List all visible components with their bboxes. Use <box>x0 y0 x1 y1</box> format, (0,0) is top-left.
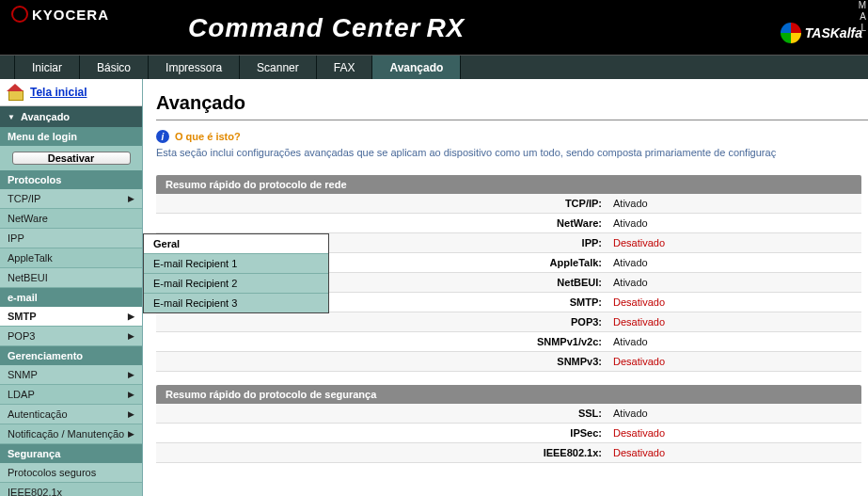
submenu-item-recipient-3[interactable]: E-mail Recipient 3 <box>144 294 328 312</box>
panel-header: Resumo rápido do protocolo de segurança <box>156 385 861 404</box>
row-label: SNMPv3: <box>156 352 608 371</box>
header-bar: KYOCERA Command Center RX TASKalfa M A L <box>0 0 868 55</box>
row-label: IPSec: <box>156 424 608 442</box>
sidebar-item-tcpip[interactable]: TCP/IP▶ <box>0 189 142 209</box>
corner-link-1[interactable]: A <box>859 11 866 23</box>
sidebar-item-netbeui[interactable]: NetBEUI <box>0 268 142 288</box>
tab-basico[interactable]: Básico <box>80 56 149 79</box>
sidebar-item-secure-protocols[interactable]: Protocolos seguros <box>0 463 142 483</box>
chevron-right-icon: ▶ <box>128 370 134 379</box>
row-pop3: POP3:Desativado <box>156 312 861 332</box>
sidebar-mgmt-header: Gerenciamento <box>0 346 142 365</box>
row-netware: NetWare:Ativado <box>156 214 861 233</box>
tab-iniciar[interactable]: Iniciar <box>15 56 80 79</box>
header-corner-links: M A L <box>859 0 866 34</box>
sidebar-item-auth[interactable]: Autenticação▶ <box>0 405 142 424</box>
sidebar-security-header: Segurança <box>0 444 142 463</box>
sidebar-item-label: Protocolos seguros <box>8 467 96 478</box>
row-value: Ativado <box>608 194 648 213</box>
row-value: Ativado <box>608 332 648 351</box>
corner-link-0[interactable]: M <box>859 0 866 11</box>
row-label: POP3: <box>156 312 608 331</box>
info-icon: i <box>156 130 169 143</box>
row-value: Desativado <box>608 424 665 442</box>
sidebar-section-header[interactable]: ▼ Avançado <box>0 106 142 127</box>
tab-avancado[interactable]: Avançado <box>372 56 461 79</box>
row-tcpip: TCP/IP:Ativado <box>156 194 861 214</box>
sidebar-item-appletalk[interactable]: AppleTalk <box>0 248 142 268</box>
brand-text: KYOCERA <box>32 7 109 23</box>
sidebar-protocols-header: Protocolos <box>0 170 142 189</box>
row-value: Ativado <box>608 404 648 423</box>
home-icon <box>8 85 24 100</box>
sidebar-item-notif[interactable]: Notificação / Manutenção▶ <box>0 424 142 444</box>
deactivate-button[interactable]: Desativar <box>12 152 131 165</box>
chevron-right-icon: ▶ <box>128 409 134 419</box>
chevron-right-icon: ▶ <box>128 194 134 203</box>
row-ipsec: IPSec:Desativado <box>156 424 861 443</box>
row-label: SSL: <box>156 404 608 423</box>
panel-body: SSL:Ativado IPSec:Desativado IEEE802.1x:… <box>156 404 861 463</box>
sidebar-item-netware[interactable]: NetWare <box>0 209 142 229</box>
sidebar-item-label: IPP <box>8 232 24 244</box>
model-logo-icon <box>781 23 801 43</box>
sidebar-login-header: Menu de login <box>0 127 142 146</box>
row-label: TCP/IP: <box>156 194 608 213</box>
tab-fax[interactable]: FAX <box>317 56 373 79</box>
title-rule <box>156 120 868 120</box>
row-ssl: SSL:Ativado <box>156 404 861 424</box>
sidebar-item-label: IEEE802.1x <box>8 487 62 496</box>
product-title: Command Center RX <box>188 13 465 43</box>
panel-header: Resumo rápido do protocolo de rede <box>156 175 861 194</box>
corner-link-2[interactable]: L <box>859 23 866 34</box>
submenu-item-recipient-1[interactable]: E-mail Recipient 1 <box>144 254 328 274</box>
chevron-right-icon: ▶ <box>128 331 134 341</box>
sidebar-item-label: TCP/IP <box>8 193 40 204</box>
sidebar-item-label: NetWare <box>8 213 48 224</box>
sidebar-item-ipp[interactable]: IPP <box>0 229 142 248</box>
sidebar-item-label: POP3 <box>8 330 35 342</box>
sidebar: Tela inicial ▼ Avançado Menu de login De… <box>0 79 143 496</box>
sidebar-item-label: SNMP <box>8 369 38 380</box>
chevron-right-icon: ▶ <box>128 312 134 321</box>
sidebar-item-ldap[interactable]: LDAP▶ <box>0 385 142 405</box>
chevron-right-icon: ▶ <box>128 390 134 399</box>
submenu-item-recipient-2[interactable]: E-mail Recipient 2 <box>144 274 328 294</box>
submenu-item-geral[interactable]: Geral <box>144 234 328 254</box>
sidebar-item-pop3[interactable]: POP3▶ <box>0 327 142 346</box>
sidebar-item-label: AppleTalk <box>8 252 53 264</box>
brand-logo-icon <box>11 6 28 23</box>
row-label: NetWare: <box>156 214 608 232</box>
section-description: Esta seção inclui configurações avançada… <box>156 147 868 158</box>
row-value: Ativado <box>608 214 648 232</box>
brand: KYOCERA <box>11 6 109 23</box>
model-label: TASKalfa <box>781 23 862 43</box>
what-is-this-link[interactable]: O que é isto? <box>175 131 241 142</box>
home-link[interactable]: Tela inicial <box>30 86 87 99</box>
sidebar-item-smtp[interactable]: SMTP▶ <box>0 307 142 327</box>
product-title-main: Command Center <box>188 13 420 43</box>
sidebar-item-ieee8021x[interactable]: IEEE802.1x <box>0 483 142 496</box>
sidebar-item-label: Autenticação <box>8 408 68 420</box>
row-value: Desativado <box>608 293 665 312</box>
sidebar-home[interactable]: Tela inicial <box>0 79 142 106</box>
tab-impressora[interactable]: Impressora <box>149 56 240 79</box>
row-value: Desativado <box>608 312 665 331</box>
row-value: Ativado <box>608 253 648 272</box>
sidebar-item-label: NetBEUI <box>8 272 48 283</box>
row-label: SNMPv1/v2c: <box>156 332 608 351</box>
sidebar-item-label: LDAP <box>8 389 35 400</box>
tab-scanner[interactable]: Scanner <box>240 56 317 79</box>
sidebar-item-snmp[interactable]: SNMP▶ <box>0 365 142 385</box>
info-row: i O que é isto? <box>156 130 868 143</box>
topnav-spacer <box>0 56 15 79</box>
caret-down-icon: ▼ <box>8 113 15 121</box>
top-nav: Iniciar Básico Impressora Scanner FAX Av… <box>0 55 868 79</box>
row-value: Ativado <box>608 273 648 292</box>
model-text: TASKalfa <box>805 25 862 40</box>
row-label: IEEE802.1x: <box>156 443 608 462</box>
smtp-submenu: Geral E-mail Recipient 1 E-mail Recipien… <box>143 233 329 313</box>
row-ieee8021x: IEEE802.1x:Desativado <box>156 443 861 463</box>
page-title: Avançado <box>156 92 868 114</box>
sidebar-section-label: Avançado <box>21 111 70 122</box>
